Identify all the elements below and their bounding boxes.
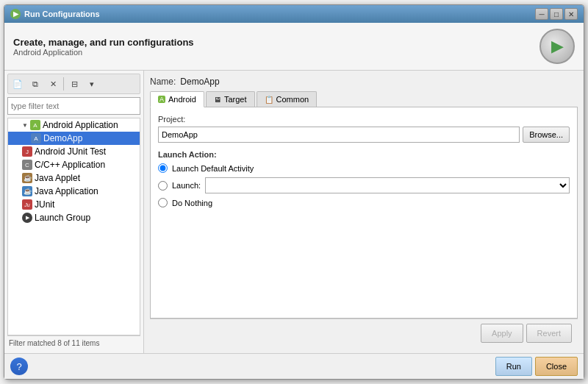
maximize-button[interactable]: □ (550, 8, 563, 20)
filter-status: Filter matched 8 of 11 items (9, 339, 99, 347)
duplicate-config-button[interactable]: ⧉ (27, 76, 43, 92)
sidebar-footer: Filter matched 8 of 11 items (7, 335, 140, 350)
demoapp-label: DemoApp (43, 133, 82, 143)
apply-button[interactable]: Apply (481, 324, 523, 343)
tree-item-java-applet[interactable]: ☕ Java Applet (8, 171, 140, 185)
radio-default-label[interactable]: Launch Default Activity (172, 164, 254, 173)
target-tab-label: Target (224, 95, 247, 104)
android-junit-icon: J (22, 146, 32, 157)
revert-button[interactable]: Revert (526, 324, 572, 343)
tab-target[interactable]: 🖥 Target (206, 91, 255, 107)
android-tab-content: Project: Browse... Launch Action: Launch… (150, 107, 578, 319)
launch-group-icon: ▶ (22, 213, 32, 223)
radio-do-nothing[interactable] (158, 198, 168, 207)
tree-item-junit[interactable]: Ju JUnit (8, 198, 140, 211)
minimize-button[interactable]: ─ (535, 8, 548, 20)
header-subtitle: Android Application (13, 48, 194, 57)
junit-label: JUnit (35, 199, 54, 210)
tree-item-android-application[interactable]: ▼ A Android Application (8, 118, 140, 132)
footer-bar: ? Run Close (4, 353, 584, 379)
common-tab-icon: 📋 (265, 96, 273, 104)
launch-dropdown[interactable] (205, 177, 570, 193)
filter-input[interactable] (7, 97, 140, 115)
browse-button[interactable]: Browse... (523, 127, 570, 143)
project-input[interactable] (158, 127, 520, 143)
filter-button[interactable]: ▾ (84, 76, 100, 92)
target-tab-icon: 🖥 (214, 96, 221, 104)
run-icon-symbol: ▶ (551, 37, 564, 56)
cpp-icon: C (22, 160, 32, 170)
radio-nothing-label[interactable]: Do Nothing (172, 199, 212, 207)
java-application-icon: ☕ (22, 186, 32, 196)
main-panel: Name: DemoApp A Android 🖥 Target 📋 Commo… (144, 71, 584, 353)
content: 📄 ⧉ ✕ ⊟ ▾ ▼ A Android Application (4, 71, 584, 353)
run-configurations-window: ▶ Run Configurations ─ □ ✕ Create, manag… (4, 4, 584, 380)
run-button[interactable]: Run (495, 357, 532, 376)
name-row: Name: DemoApp (150, 77, 578, 87)
bottom-bar: Apply Revert (150, 319, 578, 347)
expand-arrow-android: ▼ (22, 122, 28, 129)
demoapp-icon: A (31, 133, 41, 143)
tree-item-android-junit[interactable]: J Android JUnit Test (8, 145, 140, 158)
close-button-footer[interactable]: Close (535, 357, 578, 376)
radio-launch-default: Launch Default Activity (158, 163, 570, 173)
android-application-label: Android Application (43, 120, 118, 130)
launch-action-label: Launch Action: (158, 150, 570, 159)
close-button[interactable]: ✕ (564, 8, 578, 20)
tree-item-java-application[interactable]: ☕ Java Application (8, 185, 140, 198)
titlebar-left: ▶ Run Configurations (10, 9, 100, 19)
launch-group-label: Launch Group (35, 213, 90, 223)
tree-item-demoapp[interactable]: A DemoApp (8, 132, 140, 145)
sidebar-toolbar: 📄 ⧉ ✕ ⊟ ▾ (7, 74, 140, 94)
footer-right: Run Close (495, 357, 578, 376)
header-title: Create, manage, and run configurations (13, 37, 194, 48)
collapse-all-button[interactable]: ⊟ (66, 76, 82, 92)
android-junit-label: Android JUnit Test (35, 146, 106, 157)
cpp-label: C/C++ Application (35, 160, 105, 170)
java-applet-icon: ☕ (22, 173, 32, 183)
titlebar-controls: ─ □ ✕ (535, 8, 578, 20)
window-title: Run Configurations (24, 10, 100, 18)
radio-launch: Launch: (158, 177, 570, 193)
name-label: Name: (150, 77, 176, 87)
tree-item-cpp[interactable]: C C/C++ Application (8, 158, 140, 171)
java-application-label: Java Application (35, 186, 98, 196)
tab-common[interactable]: 📋 Common (257, 91, 318, 107)
titlebar: ▶ Run Configurations ─ □ ✕ (4, 5, 584, 23)
sidebar: 📄 ⧉ ✕ ⊟ ▾ ▼ A Android Application (4, 71, 144, 353)
new-config-button[interactable]: 📄 (10, 76, 26, 92)
radio-do-nothing: Do Nothing (158, 198, 570, 207)
window-icon: ▶ (10, 9, 21, 19)
common-tab-label: Common (276, 95, 309, 104)
toolbar-separator (63, 77, 64, 90)
radio-launch[interactable] (158, 181, 168, 191)
tab-bar: A Android 🖥 Target 📋 Common (150, 91, 578, 107)
run-icon: ▶ (539, 29, 575, 64)
header-text: Create, manage, and run configurations A… (13, 37, 194, 57)
header: Create, manage, and run configurations A… (4, 23, 584, 71)
radio-launch-label[interactable]: Launch: (172, 181, 201, 190)
tree-item-launch-group[interactable]: ▶ Launch Group (8, 211, 140, 224)
android-tab-label: Android (168, 95, 196, 104)
java-applet-label: Java Applet (35, 173, 80, 183)
help-button[interactable]: ? (10, 358, 28, 375)
android-tab-icon: A (158, 96, 165, 103)
project-row: Browse... (158, 127, 570, 143)
tab-android[interactable]: A Android (150, 91, 204, 107)
junit-icon: Ju (22, 199, 32, 210)
name-value: DemoApp (180, 77, 219, 87)
configuration-tree: ▼ A Android Application A DemoApp J Andr… (7, 118, 140, 335)
delete-config-button[interactable]: ✕ (45, 76, 61, 92)
radio-launch-default-activity[interactable] (158, 163, 168, 173)
project-label: Project: (158, 115, 570, 124)
android-application-icon: A (30, 120, 40, 130)
